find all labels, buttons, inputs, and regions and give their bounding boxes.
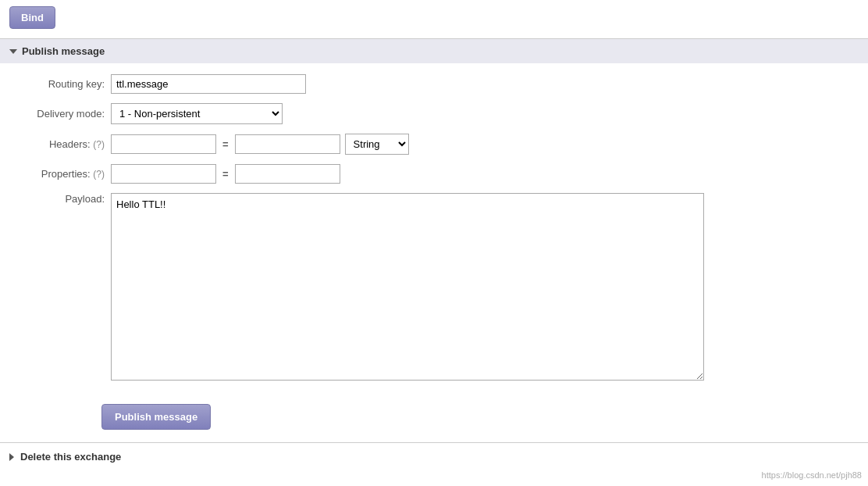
properties-key-input[interactable] <box>111 164 216 184</box>
headers-inputs: = String Integer Boolean <box>111 134 409 155</box>
routing-key-label: Routing key: <box>9 78 111 90</box>
routing-key-input[interactable] <box>111 74 306 94</box>
headers-key-input[interactable] <box>111 134 216 154</box>
publish-message-section: Publish message Routing key: Delivery mo… <box>0 38 868 442</box>
top-bar: Bind <box>0 0 868 35</box>
delete-exchange-section[interactable]: Delete this exchange <box>0 442 868 470</box>
payload-textarea[interactable]: Hello TTL!! <box>111 193 704 381</box>
headers-label: Headers: (?) <box>9 138 111 150</box>
delivery-mode-label: Delivery mode: <box>9 108 111 120</box>
delete-exchange-label: Delete this exchange <box>20 451 121 463</box>
routing-key-row: Routing key: <box>9 74 859 94</box>
publish-message-button[interactable]: Publish message <box>101 404 211 430</box>
publish-message-body: Routing key: Delivery mode: 1 - Non-pers… <box>0 63 868 401</box>
delivery-mode-row: Delivery mode: 1 - Non-persistent 2 - Pe… <box>9 103 859 124</box>
properties-label: Properties: (?) <box>9 168 111 180</box>
payload-row: Payload: Hello TTL!! <box>9 193 859 381</box>
expand-triangle-icon <box>9 453 14 461</box>
headers-equals: = <box>221 138 230 150</box>
bind-button[interactable]: Bind <box>9 6 55 29</box>
properties-inputs: = <box>111 164 340 184</box>
payload-label: Payload: <box>9 193 111 205</box>
publish-message-header[interactable]: Publish message <box>0 39 868 63</box>
properties-value-input[interactable] <box>235 164 340 184</box>
collapse-triangle-icon <box>9 49 17 54</box>
properties-row: Properties: (?) = <box>9 164 859 184</box>
headers-type-select[interactable]: String Integer Boolean <box>345 134 409 155</box>
headers-row: Headers: (?) = String Integer Boolean <box>9 134 859 155</box>
delivery-mode-select[interactable]: 1 - Non-persistent 2 - Persistent <box>111 103 283 124</box>
properties-equals: = <box>221 168 230 180</box>
headers-value-input[interactable] <box>235 134 340 154</box>
publish-message-title: Publish message <box>22 45 105 57</box>
